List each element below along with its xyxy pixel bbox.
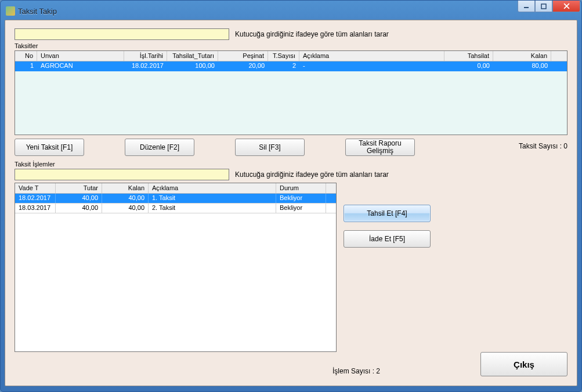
new-taksit-button[interactable]: Yeni Taksit [F1] <box>15 139 84 156</box>
col-aciklama[interactable]: Açıklama <box>299 51 444 61</box>
taksitler-grid[interactable]: No Unvan İşl.Tarihi Tahsilat_Tutarı Peşi… <box>15 50 567 135</box>
col-kalan[interactable]: Kalan <box>493 51 551 61</box>
minimize-button[interactable] <box>518 1 535 12</box>
col-pesinat[interactable]: Peşinat <box>218 51 268 61</box>
cell-vade: 18.02.2017 <box>15 194 56 203</box>
exit-button[interactable]: Çıkış <box>480 352 567 376</box>
top-search-hint: Kutucuğa girdiğiniz ifadeye göre tüm ala… <box>235 30 389 38</box>
islem-row[interactable]: 18.02.2017 40,00 40,00 1. Taksit Bekliyo… <box>15 194 336 204</box>
cell-pesinat: 20,00 <box>218 61 268 71</box>
cell-kalan2: 40,00 <box>102 204 149 213</box>
taksitler-grid-header: No Unvan İşl.Tarihi Tahsilat_Tutarı Peşi… <box>15 51 567 61</box>
taksitler-row[interactable]: 1 AGROCAN 18.02.2017 100,00 20,00 2 - 0,… <box>15 61 567 71</box>
cell-aciklama2: 1. Taksit <box>149 194 276 203</box>
delete-button[interactable]: Sil [F3] <box>235 139 305 156</box>
islem-count-label: İşlem Sayısı : 2 <box>332 367 380 375</box>
islemler-grid[interactable]: Vade T Tutar Kalan Açıklama Durum 18.02.… <box>15 183 337 352</box>
cell-vade: 18.03.2017 <box>15 204 56 213</box>
iade-et-button[interactable]: İade Et [F5] <box>344 230 431 248</box>
top-search-row: Kutucuğa girdiğiniz ifadeye göre tüm ala… <box>15 28 567 40</box>
cell-tutar: 40,00 <box>56 204 102 213</box>
col-unvan[interactable]: Unvan <box>37 51 124 61</box>
close-button[interactable] <box>552 1 580 12</box>
maximize-button[interactable] <box>535 1 552 12</box>
cell-durum: Bekliyor <box>276 204 326 213</box>
col-aciklama2[interactable]: Açıklama <box>149 183 276 193</box>
col-tutar[interactable]: Tutar <box>56 183 102 193</box>
cell-tahsilat: 0,00 <box>444 61 493 71</box>
cell-durum: Bekliyor <box>276 194 326 203</box>
islem-row[interactable]: 18.03.2017 40,00 40,00 2. Taksit Bekliyo… <box>15 204 336 213</box>
cell-aciklama2: 2. Taksit <box>149 204 276 213</box>
side-buttons: Tahsil Et [F4] İade Et [F5] <box>344 205 431 352</box>
col-tahsilat-tutari[interactable]: Tahsilat_Tutarı <box>167 51 218 61</box>
cell-tahsilat-tutari: 100,00 <box>167 61 218 71</box>
cell-aciklama: - <box>299 61 444 71</box>
islem-search-row: Kutucuğa girdiğiniz ifadeye göre tüm ala… <box>15 169 567 180</box>
col-kalan2[interactable]: Kalan <box>102 183 149 193</box>
edit-button[interactable]: Düzenle [F2] <box>125 139 194 156</box>
col-no[interactable]: No <box>15 51 37 61</box>
titlebar[interactable]: Taksit Takip <box>5 5 577 17</box>
lower-area: Vade T Tutar Kalan Açıklama Durum 18.02.… <box>15 183 567 352</box>
taksit-count-label: Taksit Sayısı : 0 <box>519 142 567 150</box>
col-durum[interactable]: Durum <box>276 183 326 193</box>
col-tahsilat[interactable]: Tahsilat <box>444 51 493 61</box>
cell-unvan: AGROCAN <box>37 61 124 71</box>
window-controls <box>518 1 580 12</box>
top-search-input[interactable] <box>15 28 229 40</box>
svg-rect-0 <box>524 7 529 8</box>
report-button[interactable]: Taksit Raporu Gelişmiş <box>345 139 415 156</box>
islemler-column: Vade T Tutar Kalan Açıklama Durum 18.02.… <box>15 183 337 352</box>
cell-kalan: 80,00 <box>493 61 551 71</box>
app-icon <box>6 6 15 16</box>
cell-kalan2: 40,00 <box>102 194 149 203</box>
cell-t-sayisi: 2 <box>268 61 299 71</box>
islemler-grid-header: Vade T Tutar Kalan Açıklama Durum <box>15 183 336 194</box>
window-title: Taksit Takip <box>18 7 57 16</box>
col-isl-tarihi[interactable]: İşl.Tarihi <box>124 51 167 61</box>
taksit-buttons-row: Yeni Taksit [F1] Düzenle [F2] Sil [F3] T… <box>15 139 567 156</box>
col-vade[interactable]: Vade T <box>15 183 56 193</box>
app-window: Taksit Takip Kutucuğa girdiğiniz ifadeye… <box>0 0 582 392</box>
col-t-sayisi[interactable]: T.Sayısı <box>268 51 299 61</box>
taksitler-label: Taksitler <box>15 42 567 49</box>
svg-rect-1 <box>541 4 546 9</box>
cell-tutar: 40,00 <box>56 194 102 203</box>
islem-search-hint: Kutucuğa girdiğiniz ifadeye göre tüm ala… <box>235 170 389 179</box>
cell-no: 1 <box>15 61 37 71</box>
client-area: Kutucuğa girdiğiniz ifadeye göre tüm ala… <box>5 20 577 386</box>
cell-isl-tarihi: 18.02.2017 <box>124 61 167 71</box>
islem-search-input[interactable] <box>15 169 229 180</box>
islemler-label: Taksit İşlemler <box>15 161 567 168</box>
tahsil-et-button[interactable]: Tahsil Et [F4] <box>344 205 431 222</box>
